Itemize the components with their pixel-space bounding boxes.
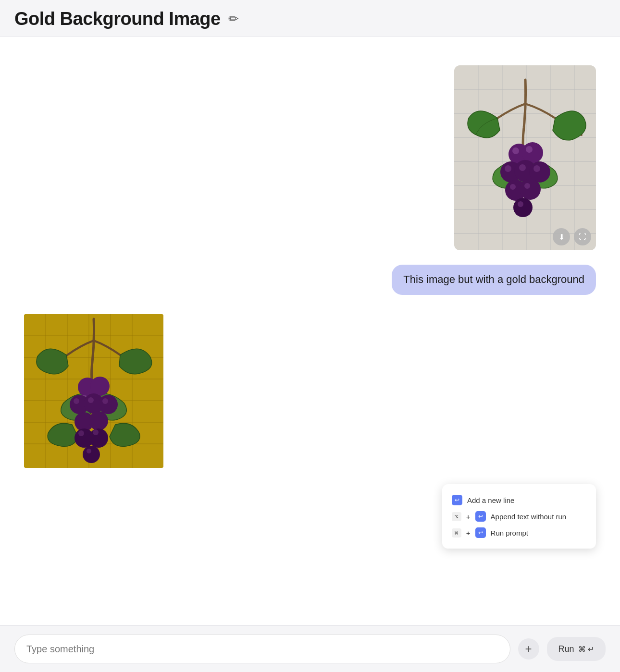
tooltip-run-key: ⌘ <box>452 528 461 538</box>
uploaded-grape-image: ⬇ ⛶ <box>454 65 596 250</box>
add-attachment-button[interactable]: + <box>518 638 539 660</box>
svg-point-48 <box>74 398 79 404</box>
svg-point-50 <box>102 398 108 404</box>
svg-point-47 <box>99 395 118 414</box>
user-message-row: This image but with a gold background <box>24 265 596 295</box>
svg-point-58 <box>87 449 91 453</box>
run-button[interactable]: Run ⌘ ↵ <box>547 637 606 661</box>
tooltip-plus-1: + <box>466 513 471 521</box>
svg-point-24 <box>520 179 541 200</box>
tooltip-newline-icon: ↩ <box>452 495 462 505</box>
tooltip-row-newline: ↩ Add a new line <box>452 492 586 508</box>
page-title: Gold Background Image <box>14 9 221 29</box>
svg-point-22 <box>533 165 540 172</box>
run-shortcut: ⌘ ↵ <box>578 645 594 654</box>
chat-area: ⬇ ⛶ This image but with a gold backgroun… <box>0 37 620 625</box>
svg-point-16 <box>526 146 533 153</box>
user-message-text: This image but with a gold background <box>403 273 584 285</box>
tooltip-append-label: Append text without run <box>491 513 567 521</box>
ai-generated-gold-image <box>24 314 163 468</box>
svg-point-20 <box>505 165 511 172</box>
svg-point-26 <box>510 184 516 190</box>
tooltip-append-icon: ↩ <box>475 511 486 522</box>
chat-input[interactable] <box>14 635 510 663</box>
svg-point-21 <box>519 164 526 171</box>
edit-icon[interactable]: ✏ <box>228 12 239 26</box>
svg-point-28 <box>518 201 523 207</box>
svg-point-27 <box>524 183 530 189</box>
svg-point-25 <box>513 198 533 217</box>
svg-point-42 <box>90 377 110 396</box>
user-bubble: This image but with a gold background <box>392 265 596 295</box>
svg-point-55 <box>83 446 100 463</box>
run-label: Run <box>558 644 574 654</box>
svg-point-49 <box>88 397 94 403</box>
ai-image-wrapper <box>24 314 163 468</box>
svg-point-57 <box>93 429 99 435</box>
user-image-wrapper: ⬇ ⛶ <box>454 65 596 250</box>
tooltip-row-append: ⌥ + ↩ Append text without run <box>452 508 586 525</box>
svg-point-15 <box>512 147 519 154</box>
expand-button[interactable]: ⛶ <box>574 228 591 245</box>
svg-point-56 <box>78 430 84 436</box>
user-image-row: ⬇ ⛶ <box>24 65 596 250</box>
input-bar: + Run ⌘ ↵ <box>0 625 620 672</box>
tooltip-row-run: ⌘ + ↩ Run prompt <box>452 525 586 541</box>
tooltip-run-icon: ↩ <box>475 527 486 538</box>
tooltip-append-key: ⌥ <box>452 512 461 521</box>
image-actions: ⬇ ⛶ <box>553 228 591 245</box>
ai-image-row <box>24 314 596 468</box>
svg-point-54 <box>89 428 108 448</box>
tooltip-newline-label: Add a new line <box>467 496 514 504</box>
tooltip-plus-2: + <box>466 529 471 537</box>
header: Gold Background Image ✏ <box>0 0 620 37</box>
tooltip-popup: ↩ Add a new line ⌥ + ↩ Append text witho… <box>442 484 596 549</box>
tooltip-run-label: Run prompt <box>491 529 528 537</box>
download-button[interactable]: ⬇ <box>553 228 570 245</box>
svg-point-52 <box>89 411 108 430</box>
